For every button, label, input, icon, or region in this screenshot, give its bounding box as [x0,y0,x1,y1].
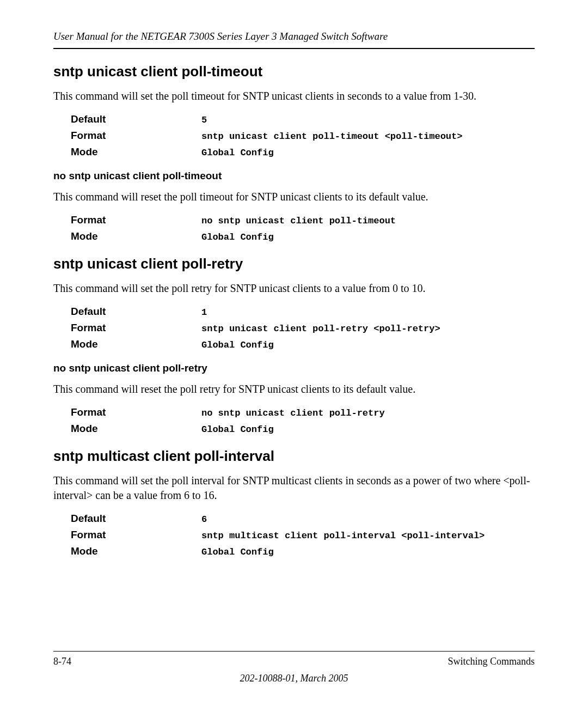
param-label: Format [71,529,201,541]
section-heading: sntp unicast client poll-timeout [53,63,535,80]
param-row: Format no sntp unicast client poll-timeo… [71,214,535,226]
param-label: Format [71,130,201,142]
param-label: Mode [71,338,201,350]
sub-description: This command will reset the poll retry f… [53,382,535,397]
param-row: Mode Global Config [71,230,535,242]
doc-id: 202-10088-01, March 2005 [53,673,535,684]
param-table: Default 5 Format sntp unicast client pol… [71,113,535,158]
param-row: Mode Global Config [71,338,535,350]
param-label: Mode [71,423,201,435]
param-label: Mode [71,146,201,158]
param-value: sntp unicast client poll-timeout <poll-t… [201,131,462,142]
param-row: Format sntp unicast client poll-timeout … [71,130,535,142]
param-row: Mode Global Config [71,423,535,435]
running-header: User Manual for the NETGEAR 7300S Series… [53,31,535,48]
param-row: Format sntp multicast client poll-interv… [71,529,535,541]
param-label: Mode [71,545,201,557]
param-row: Mode Global Config [71,545,535,557]
param-row: Default 6 [71,513,535,525]
param-table: Format no sntp unicast client poll-timeo… [71,214,535,242]
param-value: Global Config [201,424,274,435]
footer: 8-74 Switching Commands 202-10088-01, Ma… [53,639,535,684]
param-row: Mode Global Config [71,146,535,158]
param-value: Global Config [201,547,274,557]
param-label: Format [71,406,201,418]
param-row: Format no sntp unicast client poll-retry [71,406,535,418]
param-value: no sntp unicast client poll-retry [201,408,385,418]
param-value: 5 [201,115,207,125]
param-value: sntp multicast client poll-interval <pol… [201,531,485,541]
param-value: Global Config [201,340,274,350]
param-value: Global Config [201,148,274,158]
param-value: 1 [201,307,207,318]
param-row: Default 5 [71,113,535,125]
param-value: sntp unicast client poll-retry <poll-ret… [201,324,440,334]
section-heading: sntp multicast client poll-interval [53,448,535,465]
section-description: This command will set the poll interval … [53,473,535,503]
section-description: This command will set the poll timeout f… [53,89,535,104]
param-label: Default [71,306,201,318]
param-label: Mode [71,230,201,242]
section-description: This command will set the poll retry for… [53,281,535,296]
footer-row: 8-74 Switching Commands [53,656,535,667]
param-value: 6 [201,514,207,525]
section-heading: sntp unicast client poll-retry [53,255,535,272]
param-label: Default [71,513,201,525]
chapter-title: Switching Commands [448,656,535,667]
header-rule [53,48,535,49]
page: User Manual for the NETGEAR 7300S Series… [0,0,588,706]
footer-rule [53,651,535,652]
param-table: Format no sntp unicast client poll-retry… [71,406,535,435]
param-label: Format [71,214,201,226]
param-value: no sntp unicast client poll-timeout [201,216,396,226]
sub-heading: no sntp unicast client poll-retry [53,362,535,374]
param-row: Default 1 [71,306,535,318]
param-value: Global Config [201,232,274,242]
param-table: Default 6 Format sntp multicast client p… [71,513,535,557]
param-label: Format [71,322,201,334]
param-table: Default 1 Format sntp unicast client pol… [71,306,535,350]
sub-heading: no sntp unicast client poll-timeout [53,170,535,182]
sub-description: This command will reset the poll timeout… [53,190,535,204]
page-number: 8-74 [53,656,71,667]
param-label: Default [71,113,201,125]
param-row: Format sntp unicast client poll-retry <p… [71,322,535,334]
